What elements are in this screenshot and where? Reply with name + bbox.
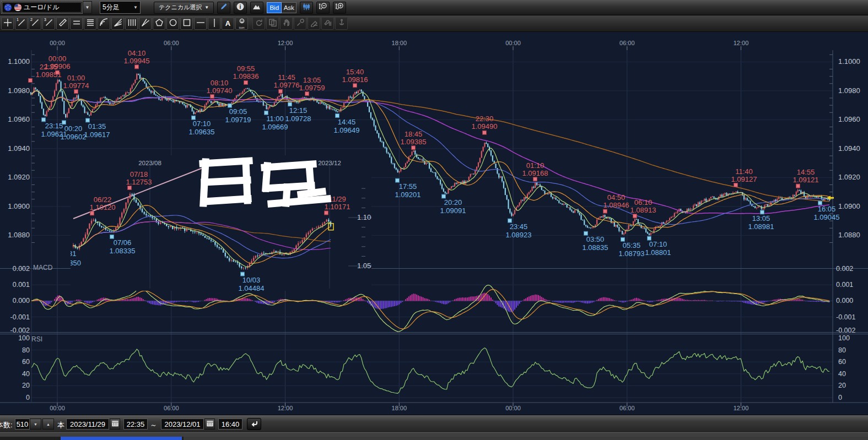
tool-anchor-link-button[interactable]	[335, 17, 348, 30]
eraser-icon	[310, 18, 319, 29]
bid-button[interactable]: Bid	[267, 2, 282, 13]
high-marker	[796, 184, 800, 188]
macd-axis-label: 0.001	[13, 281, 30, 289]
price-axis-label: 1.0920	[8, 173, 30, 181]
zoom-out-button[interactable]	[316, 2, 330, 14]
caret-down-icon: ▼	[133, 5, 138, 10]
high-price-label: 1.09906	[45, 62, 71, 70]
parallel-lines-4-icon	[86, 18, 95, 29]
price-axis-label: 1.0960	[838, 115, 860, 123]
zoom-in-button[interactable]	[333, 2, 346, 14]
low-price-label: 1.08335	[110, 247, 136, 255]
technical-select-button[interactable]: テクニカル選択 ▼	[154, 2, 214, 14]
draw-pencil-button[interactable]	[217, 2, 230, 14]
chart-canvas[interactable]: 00:0000:0006:0006:0012:0012:0018:0018:00…	[0, 0, 868, 440]
high-price-label: 1.09490	[472, 122, 498, 131]
tool-vertical-grid-lines-button[interactable]	[125, 17, 138, 30]
bar-count-input[interactable]: 510	[15, 419, 30, 430]
tool-horizontal-line-button[interactable]	[194, 17, 207, 30]
low-time-label: 13:05	[752, 214, 770, 222]
time-from-input[interactable]: 22:35	[123, 419, 148, 430]
low-price-label: 1.08981	[748, 222, 774, 231]
tool-vertical-line-button[interactable]	[208, 17, 220, 30]
drawing-toolbar: 123Aicon	[0, 15, 868, 32]
reload-range-button[interactable]	[247, 418, 261, 430]
date-from-calendar-button[interactable]	[110, 419, 120, 430]
low-marker	[42, 118, 46, 122]
high-price-label: 1.09121	[793, 176, 819, 184]
date-to-calendar-button[interactable]	[204, 419, 215, 430]
high-price-label: 1.09385	[401, 138, 427, 146]
high-time-label: 09:55	[237, 64, 255, 73]
tool-pan-hand-button[interactable]	[280, 17, 293, 30]
high-time-label: 11:45	[278, 73, 295, 82]
taskbar-gray-segment	[184, 437, 868, 440]
low-marker	[192, 116, 196, 119]
tool-eraser-button[interactable]	[308, 17, 320, 30]
low-marker	[621, 237, 625, 241]
tool-fibonacci-fan-button[interactable]	[111, 17, 124, 30]
time-axis-label: 12:00	[734, 40, 749, 46]
tool-ruler-button[interactable]	[56, 17, 69, 30]
tool-text-button[interactable]: A	[222, 17, 234, 30]
date-to-input[interactable]: 2023/12/01	[161, 419, 204, 430]
tool-pentagon-button[interactable]	[153, 17, 165, 30]
high-price-label: 1.09759	[299, 84, 325, 92]
macd-axis-label: 0.002	[836, 265, 853, 273]
tool-trendline-2-button[interactable]: 2	[29, 17, 41, 30]
tool-icon-stamp-button[interactable]: icon	[235, 17, 248, 30]
tool-gann-angles-button[interactable]	[139, 17, 152, 30]
tool-fibonacci-arc-button[interactable]	[98, 17, 110, 30]
tool-parallel-lines-4-button[interactable]	[84, 17, 96, 30]
high-time-label: 18:45	[405, 130, 423, 138]
settings-wrench-icon	[324, 18, 332, 29]
low-time-label: 23:15	[45, 122, 63, 130]
inset-daily-chart: 2023/082023/121.10001.050006/221.1012007…	[55, 155, 379, 292]
caret-up-icon: ▲	[46, 422, 50, 426]
tool-parallel-lines-2-button[interactable]	[70, 17, 83, 30]
low-marker	[761, 210, 764, 214]
chart-style-button[interactable]	[250, 2, 263, 14]
tool-undo-rotate-button[interactable]	[252, 17, 265, 30]
time-to-input[interactable]: 16:40	[218, 419, 242, 430]
price-axis-label: 1.1000	[8, 57, 30, 66]
rsi-panel-title: RSI	[31, 335, 42, 343]
tool-copy-button[interactable]	[266, 17, 279, 30]
svg-text:i: i	[240, 4, 241, 10]
macd-axis-label: 0.000	[836, 297, 853, 305]
high-price-label: 1.09945	[124, 57, 150, 65]
currency-pair-selector[interactable]: ユーロ/ドル	[1, 1, 83, 14]
high-marker	[603, 209, 607, 213]
low-time-label: 14:45	[338, 118, 356, 126]
low-marker	[584, 231, 588, 235]
ask-button[interactable]: Ask	[282, 2, 296, 13]
count-decrease-button[interactable]: ▼	[30, 419, 41, 430]
tool-settings-wrench-button[interactable]	[321, 17, 334, 30]
low-time-label: 10/03	[242, 276, 261, 284]
window-bottom-strip	[0, 437, 868, 440]
tool-trendline-3-button[interactable]: 3	[42, 17, 55, 30]
date-from-input[interactable]: 2023/11/29	[66, 419, 109, 430]
tool-ellipse-button[interactable]	[166, 17, 179, 30]
rsi-axis-label: 60	[22, 358, 30, 366]
low-price-label: 1.08801	[645, 248, 671, 257]
high-time-label: 13:05	[303, 76, 321, 84]
tool-trendline-1-button[interactable]: 1	[15, 17, 28, 30]
bar-count-unit: 本	[57, 420, 64, 430]
info-button[interactable]: i	[234, 2, 247, 14]
timeframe-select[interactable]: 5分足 ▼	[100, 1, 141, 14]
info-icon: i	[236, 2, 245, 13]
pair-dropdown-button[interactable]: ▼	[83, 1, 92, 14]
tool-edit-wrench-button[interactable]	[294, 17, 306, 30]
count-increase-button[interactable]: ▲	[42, 419, 54, 430]
tool-rectangle-button[interactable]	[180, 17, 193, 30]
trading-app-window: 00:0000:0006:0006:0012:0012:0018:0018:00…	[0, 0, 868, 440]
time-axis-label: 12:00	[734, 405, 749, 411]
technical-select-label: テクニカル選択	[159, 3, 202, 12]
time-axis-label: 12:00	[278, 40, 293, 46]
tool-crosshair-button[interactable]	[1, 17, 14, 30]
price-axis-label: 1.0940	[838, 144, 860, 153]
high-marker	[533, 177, 537, 181]
high-marker	[279, 89, 283, 93]
candle-chart-button[interactable]	[300, 2, 313, 14]
